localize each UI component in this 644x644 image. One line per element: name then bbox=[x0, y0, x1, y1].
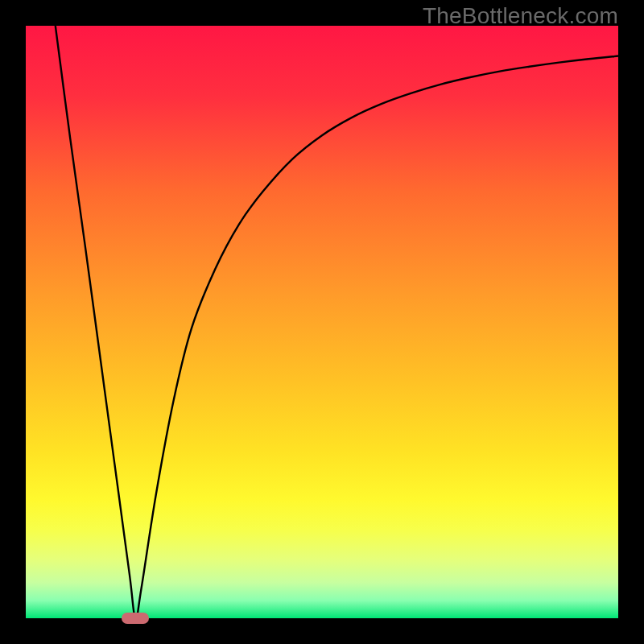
frame-left bbox=[0, 0, 26, 644]
bottleneck-curve bbox=[56, 26, 618, 618]
curve-layer bbox=[26, 26, 618, 618]
frame-right bbox=[618, 0, 644, 644]
chart-area bbox=[26, 26, 618, 618]
frame-bottom bbox=[0, 618, 644, 644]
optimum-marker bbox=[122, 613, 149, 624]
